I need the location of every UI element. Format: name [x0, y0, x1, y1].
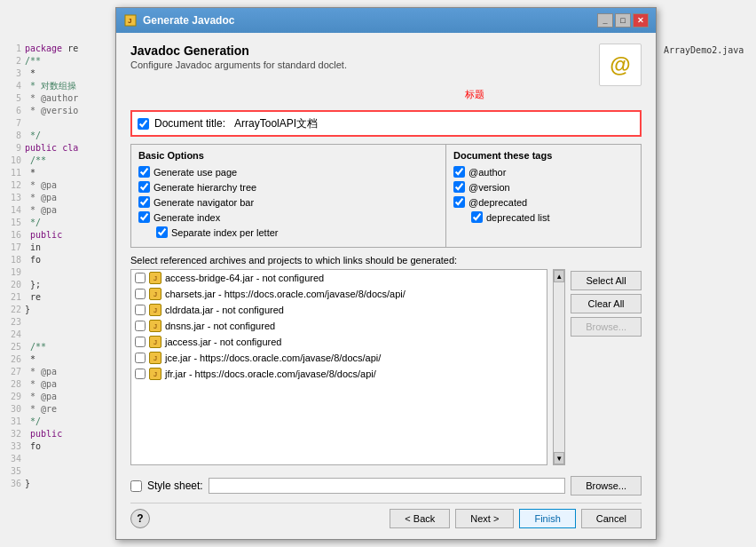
tag-author: @author — [453, 166, 634, 178]
item-checkbox-3[interactable] — [135, 321, 146, 331]
item-label-3: dnsns.jar - not configured — [165, 321, 275, 331]
titlebar-controls: _ □ ✕ — [597, 13, 649, 28]
author-label: @author — [469, 167, 506, 178]
jar-icon: J — [149, 304, 161, 316]
archive-list[interactable]: J access-bridge-64.jar - not configured … — [130, 269, 547, 465]
basic-options-panel: Basic Options Generate use page Generate… — [130, 144, 446, 248]
header-row: Javadoc Generation Configure Javadoc arg… — [130, 44, 642, 86]
jar-icon: J — [149, 288, 161, 300]
option-index: Generate index — [138, 211, 438, 223]
index-checkbox[interactable] — [138, 211, 150, 223]
doc-title-label: Document title: — [154, 117, 225, 130]
jar-icon: J — [149, 368, 161, 380]
list-item[interactable]: J jfr.jar - https://docs.oracle.com/java… — [131, 366, 547, 382]
dialog-title-icon: J — [123, 13, 138, 28]
doc-tags-title: Document these tags — [453, 150, 634, 161]
doc-title-checkbox[interactable] — [138, 118, 149, 130]
navigator-checkbox[interactable] — [138, 196, 150, 208]
jar-icon: J — [149, 352, 161, 364]
tag-version: @version — [453, 181, 634, 193]
item-checkbox-5[interactable] — [135, 353, 146, 363]
browse-stylesheet-button[interactable]: Browse... — [571, 476, 642, 495]
deprecated-list-label: deprecated list — [486, 212, 550, 223]
hierarchy-label: Generate hierarchy tree — [154, 182, 256, 193]
jar-icon: J — [149, 336, 161, 348]
stylesheet-row: Style sheet: Browse... — [130, 476, 642, 495]
hierarchy-checkbox[interactable] — [138, 181, 150, 193]
dialog-content: Javadoc Generation Configure Javadoc arg… — [116, 33, 656, 539]
item-checkbox-0[interactable] — [135, 273, 146, 283]
item-label-4: jaccess.jar - not configured — [165, 337, 281, 347]
scroll-track[interactable] — [554, 282, 564, 452]
jar-icon: J — [149, 320, 161, 332]
version-label: @version — [469, 182, 510, 193]
scroll-down-arrow[interactable]: ▼ — [554, 452, 564, 464]
item-label-1: charsets.jar - https://docs.oracle.com/j… — [165, 289, 406, 299]
separate-index-checkbox[interactable] — [156, 226, 168, 238]
archive-label: Select referenced archives and projects … — [130, 255, 642, 266]
next-button[interactable]: Next > — [455, 509, 514, 528]
archive-buttons: Select All Clear All Browse... — [571, 269, 642, 465]
stylesheet-checkbox[interactable] — [130, 480, 142, 492]
deprecated-list-checkbox[interactable] — [471, 211, 483, 223]
svg-text:J: J — [128, 17, 131, 25]
option-navigator: Generate navigator bar — [138, 196, 438, 208]
cancel-button[interactable]: Cancel — [581, 509, 642, 528]
author-checkbox[interactable] — [453, 166, 465, 178]
basic-options-title: Basic Options — [138, 150, 438, 161]
item-checkbox-2[interactable] — [135, 305, 146, 315]
use-page-checkbox[interactable] — [138, 166, 150, 178]
doc-tags-panel: Document these tags @author @version @de… — [446, 144, 642, 248]
index-label: Generate index — [154, 212, 220, 223]
option-use-page: Generate use page — [138, 166, 438, 178]
list-item[interactable]: J cldrdata.jar - not configured — [131, 302, 547, 318]
dialog-title-text: Generate Javadoc — [143, 14, 234, 27]
jar-icon: J — [149, 272, 161, 284]
stylesheet-input[interactable] — [209, 478, 565, 494]
list-item[interactable]: J access-bridge-64.jar - not configured — [131, 270, 547, 286]
maximize-button[interactable]: □ — [615, 13, 631, 28]
item-checkbox-1[interactable] — [135, 289, 146, 299]
list-item[interactable]: J charsets.jar - https://docs.oracle.com… — [131, 286, 547, 302]
header-text: Javadoc Generation Configure Javadoc arg… — [130, 44, 347, 70]
option-separate-index: Separate index per letter — [156, 226, 438, 238]
browse-archives-button[interactable]: Browse... — [571, 317, 642, 337]
finish-button[interactable]: Finish — [519, 509, 575, 528]
javadoc-logo — [599, 44, 642, 86]
scroll-up-arrow[interactable]: ▲ — [554, 270, 564, 282]
item-label-0: access-bridge-64.jar - not configured — [165, 273, 324, 283]
archive-section: Select referenced archives and projects … — [130, 255, 642, 465]
select-all-button[interactable]: Select All — [571, 271, 642, 290]
right-code-area: ArrayDemo2.java — [658, 39, 756, 62]
biaoti-annotation: 标题 — [308, 88, 642, 101]
item-checkbox-6[interactable] — [135, 369, 146, 379]
options-area: Basic Options Generate use page Generate… — [130, 144, 642, 248]
tag-deprecated: @deprecated — [453, 196, 634, 208]
left-code-area: 1package re 2/** 3 * 4 * 对数组操 5 * @autho… — [0, 39, 115, 494]
close-button[interactable]: ✕ — [633, 13, 649, 28]
help-button[interactable]: ? — [130, 509, 150, 528]
generate-javadoc-dialog: J Generate Javadoc _ □ ✕ Javadoc Generat… — [115, 7, 657, 540]
list-item[interactable]: J jaccess.jar - not configured — [131, 334, 547, 350]
back-button[interactable]: < Back — [390, 509, 450, 528]
doc-title-input[interactable] — [231, 115, 634, 131]
separate-index-label: Separate index per letter — [171, 227, 278, 238]
deprecated-checkbox[interactable] — [453, 196, 465, 208]
list-item[interactable]: J jce.jar - https://docs.oracle.com/java… — [131, 350, 547, 366]
deprecated-label: @deprecated — [469, 197, 527, 208]
archive-scrollbar[interactable]: ▲ ▼ — [553, 269, 565, 465]
item-label-6: jfr.jar - https://docs.oracle.com/javase… — [165, 369, 376, 379]
version-checkbox[interactable] — [453, 181, 465, 193]
item-label-2: cldrdata.jar - not configured — [165, 305, 284, 315]
dialog-titlebar: J Generate Javadoc _ □ ✕ — [116, 8, 656, 33]
item-checkbox-4[interactable] — [135, 337, 146, 347]
use-page-label: Generate use page — [154, 167, 237, 178]
tag-deprecated-list: deprecated list — [471, 211, 634, 223]
dialog-buttons: ? < Back Next > Finish Cancel — [130, 503, 642, 528]
list-item[interactable]: J dnsns.jar - not configured — [131, 318, 547, 334]
minimize-button[interactable]: _ — [597, 13, 613, 28]
stylesheet-label: Style sheet: — [147, 480, 203, 492]
clear-all-button[interactable]: Clear All — [571, 294, 642, 313]
dialog-header: Javadoc Generation — [130, 44, 347, 58]
dialog-subtitle: Configure Javadoc arguments for standard… — [130, 59, 347, 70]
